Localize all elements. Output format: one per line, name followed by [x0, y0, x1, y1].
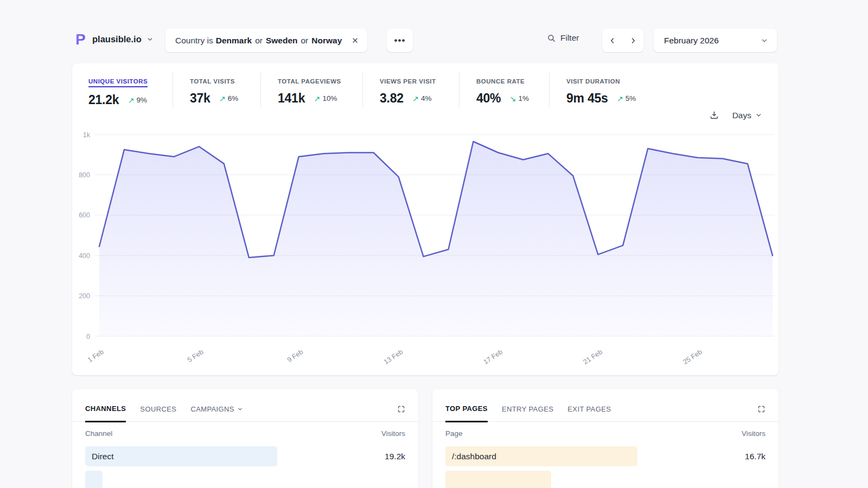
more-filters-button[interactable]: •••	[387, 29, 413, 52]
page-row-dashboard[interactable]: /:dashboard 16.7k	[445, 446, 765, 466]
svg-text:25 Feb: 25 Feb	[681, 348, 703, 366]
trend-down-icon: ↘	[509, 94, 516, 103]
site-name: plausible.io	[92, 34, 142, 44]
filter-or-2: or	[301, 36, 309, 46]
site-switcher[interactable]: P plausible.io	[75, 32, 154, 47]
row-bar	[85, 446, 277, 466]
main-graph-card: 02004006008001k1 Feb5 Feb9 Feb13 Feb17 F…	[72, 63, 778, 375]
next-period-button[interactable]	[623, 29, 643, 52]
filter-country-2: Sweden	[266, 36, 298, 46]
trend-up-icon: ↗	[314, 94, 320, 103]
stat-bounce-rate[interactable]: BOUNCE RATE 40% ↘1%	[459, 73, 549, 107]
chevron-down-icon	[237, 406, 243, 412]
svg-text:13 Feb: 13 Feb	[382, 348, 404, 366]
sources-panel: CHANNELS SOURCES CAMPAIGNS Channel Visit…	[72, 389, 418, 488]
tab-channels[interactable]: CHANNELS	[85, 404, 126, 422]
stat-total-pageviews[interactable]: TOTAL PAGEVIEWS 141k ↗10%	[260, 73, 362, 107]
page-row-partial[interactable]	[445, 471, 765, 488]
interval-label: Days	[732, 111, 751, 120]
trend-up-icon: ↗	[412, 94, 419, 103]
date-range-label: February 2026	[664, 36, 761, 46]
tab-exit-pages[interactable]: EXIT PAGES	[567, 405, 611, 421]
column-header-visitors: Visitors	[381, 429, 405, 438]
search-icon	[547, 34, 556, 43]
svg-text:1 Feb: 1 Feb	[86, 348, 105, 364]
expand-panel-icon[interactable]	[397, 405, 405, 421]
stat-total-visits[interactable]: TOTAL VISITS 37k ↗6%	[173, 73, 260, 107]
svg-text:17 Feb: 17 Feb	[482, 348, 504, 366]
plausible-logo: P	[75, 32, 87, 47]
svg-text:600: 600	[79, 211, 90, 219]
filter-button[interactable]: Filter	[547, 33, 579, 43]
row-label[interactable]: Direct	[85, 452, 113, 461]
filter-country-3: Norway	[311, 36, 342, 46]
tab-sources[interactable]: SOURCES	[140, 405, 176, 421]
column-header-visitors: Visitors	[742, 429, 765, 438]
stat-unique-visitors[interactable]: UNIQUE VISITORS 21.2k ↗9%	[88, 73, 173, 107]
expand-panel-icon[interactable]	[757, 405, 765, 421]
chevron-left-icon	[609, 37, 616, 44]
chevron-right-icon	[629, 37, 637, 44]
interval-dropdown[interactable]: Days	[732, 111, 762, 120]
channel-row-partial[interactable]	[85, 471, 405, 488]
remove-filter-icon[interactable]: ✕	[352, 36, 359, 44]
trend-up-icon: ↗	[219, 94, 226, 103]
tab-campaigns[interactable]: CAMPAIGNS	[190, 405, 243, 421]
column-header-page: Page	[445, 429, 463, 438]
date-range-picker[interactable]: February 2026	[654, 29, 777, 52]
filter-or-1: or	[255, 36, 263, 46]
filter-button-label: Filter	[560, 33, 579, 43]
stat-visit-duration[interactable]: VISIT DURATION 9m 45s ↗5%	[549, 73, 636, 107]
row-value: 19.2k	[385, 452, 405, 461]
svg-text:800: 800	[79, 171, 90, 179]
pages-panel: TOP PAGES ENTRY PAGES EXIT PAGES Page Vi…	[432, 389, 778, 488]
trend-up-icon: ↗	[127, 96, 134, 105]
chevron-down-icon	[755, 112, 762, 119]
active-filter-pill[interactable]: Country is Denmark or Sweden or Norway ✕	[165, 29, 367, 52]
top-stats-row: UNIQUE VISITORS 21.2k ↗9% TOTAL VISITS 3…	[88, 73, 762, 107]
svg-text:5 Feb: 5 Feb	[186, 348, 205, 364]
visitors-chart[interactable]: 02004006008001k1 Feb5 Feb9 Feb13 Feb17 F…	[72, 63, 778, 375]
trend-up-icon: ↗	[617, 94, 623, 103]
svg-text:400: 400	[79, 252, 90, 260]
chevron-down-icon	[146, 36, 154, 43]
tab-entry-pages[interactable]: ENTRY PAGES	[502, 405, 553, 421]
svg-text:P: P	[75, 32, 86, 47]
row-bar	[85, 471, 103, 488]
svg-text:0: 0	[86, 333, 90, 341]
column-header-channel: Channel	[85, 429, 112, 438]
svg-text:1k: 1k	[83, 131, 91, 139]
svg-text:200: 200	[79, 292, 90, 300]
filter-country-1: Denmark	[216, 36, 252, 46]
date-nav	[602, 29, 643, 52]
download-icon[interactable]	[709, 110, 719, 120]
row-label[interactable]: /:dashboard	[445, 452, 496, 461]
channel-row-direct[interactable]: Direct 19.2k	[85, 446, 405, 466]
filter-prefix: Country is	[175, 36, 213, 46]
row-bar	[445, 471, 551, 488]
stat-views-per-visit[interactable]: VIEWS PER VISIT 3.82 ↗4%	[362, 73, 459, 107]
prev-period-button[interactable]	[602, 29, 623, 52]
tab-top-pages[interactable]: TOP PAGES	[445, 404, 488, 422]
row-value: 16.7k	[745, 452, 765, 461]
chevron-down-icon	[761, 37, 768, 44]
svg-text:9 Feb: 9 Feb	[286, 348, 304, 364]
svg-text:21 Feb: 21 Feb	[582, 348, 604, 366]
